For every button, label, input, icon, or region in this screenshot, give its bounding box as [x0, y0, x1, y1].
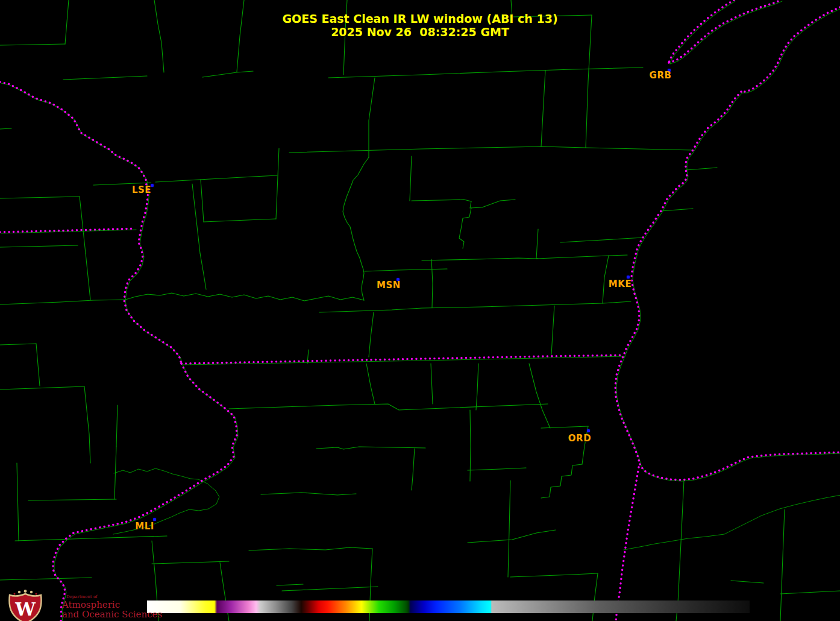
station-label-ORD: ORD	[568, 433, 591, 444]
station-label-MSN: MSN	[377, 280, 401, 291]
state-border-lines	[0, 0, 840, 621]
logo-line-3: and Oceanic Sciences	[62, 609, 162, 620]
station-label-LSE: LSE	[132, 184, 151, 195]
shoreline-lines	[1, 1, 840, 621]
station-dot-MLI	[153, 518, 156, 521]
station-label-GRB: GRB	[650, 70, 672, 81]
station-label-MLI: MLI	[135, 521, 154, 532]
map-boundaries	[0, 0, 840, 621]
satellite-map-view: GOES East Clean IR LW window (ABI ch 13)…	[0, 0, 840, 621]
station-dot-MKE	[627, 276, 630, 279]
temperature-colorbar	[147, 601, 750, 613]
station-label-MKE: MKE	[609, 279, 632, 289]
logo-dept-line: Department of	[66, 594, 98, 599]
uw-aos-logo: W Department of Atmospheric and Oceanic …	[0, 588, 199, 621]
crest-letter: W	[14, 599, 36, 620]
station-dot-ORD	[587, 429, 590, 432]
uw-crest-icon: W	[5, 590, 46, 621]
